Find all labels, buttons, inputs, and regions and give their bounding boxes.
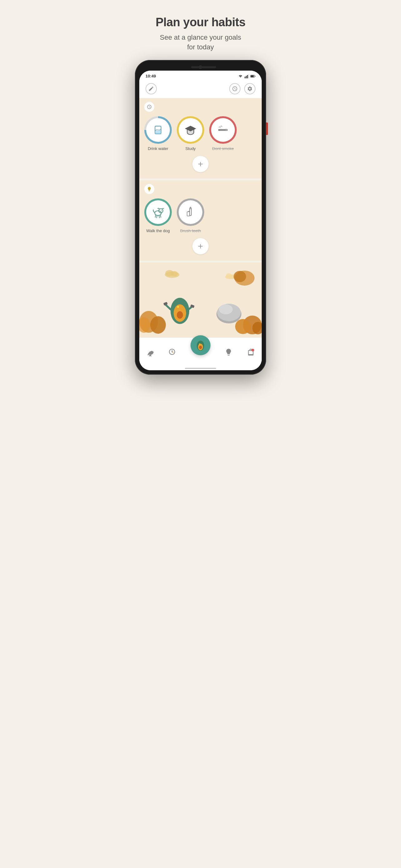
phone-top-bar — [139, 64, 262, 71]
avocado-nav-icon — [194, 339, 207, 351]
svg-point-44 — [219, 304, 233, 314]
graduation-cap-icon — [183, 122, 198, 137]
afternoon-add-button[interactable]: + — [192, 238, 209, 254]
morning-section: Drink water — [139, 98, 262, 178]
settings-icon — [247, 86, 253, 92]
afternoon-habits-grid: Walk the dog — [144, 197, 257, 234]
walk-dog-inner — [146, 200, 170, 224]
wifi-icon — [238, 74, 243, 79]
bulb-section-icon — [147, 187, 152, 191]
svg-point-55 — [171, 351, 172, 352]
svg-rect-5 — [251, 75, 254, 77]
clock-icon — [232, 86, 238, 92]
svg-point-41 — [234, 271, 246, 282]
chart-icon — [168, 348, 176, 356]
habit-study[interactable]: Study — [177, 116, 204, 151]
dont-smoke-label: Dont smoke — [212, 146, 234, 151]
history-button[interactable] — [229, 83, 240, 94]
phone-screen: 10:49 — [139, 71, 262, 370]
dont-smoke-inner — [211, 118, 235, 142]
brush-teeth-circle — [177, 198, 204, 226]
page-wrapper: Plan your habits See at a glance your go… — [129, 6, 272, 375]
study-label: Study — [185, 146, 196, 151]
brush-teeth-label: Brush teeth — [180, 228, 201, 233]
camera-notch — [199, 65, 202, 69]
svg-rect-1 — [246, 75, 247, 78]
svg-point-59 — [199, 343, 200, 344]
svg-rect-26 — [187, 212, 190, 216]
header-text: Plan your habits See at a glance your go… — [149, 6, 252, 60]
plant-icon — [146, 348, 154, 356]
no-smoking-icon — [216, 123, 230, 137]
status-bar: 10:49 — [139, 71, 262, 81]
svg-rect-11 — [218, 129, 226, 131]
nav-ideas[interactable] — [221, 347, 236, 358]
drink-water-circle — [144, 116, 172, 144]
rock-icon — [215, 297, 243, 325]
settings-button[interactable] — [244, 83, 256, 94]
brush-teeth-inner — [179, 200, 202, 224]
morning-section-icon — [144, 102, 154, 112]
svg-point-47 — [177, 311, 183, 319]
app-bar — [139, 81, 262, 98]
svg-rect-3 — [248, 74, 249, 78]
avocado-character-icon — [164, 287, 196, 328]
svg-rect-54 — [149, 355, 152, 356]
svg-line-18 — [159, 215, 160, 218]
home-avocado-button[interactable] — [191, 335, 210, 355]
cloud-left-icon — [164, 269, 180, 278]
svg-point-48 — [177, 306, 179, 308]
habit-drink-water[interactable]: Drink water — [144, 116, 172, 151]
bottom-nav: ! — [139, 337, 262, 365]
afternoon-section: Walk the dog — [139, 180, 262, 260]
svg-rect-0 — [244, 76, 245, 78]
walk-dog-label: Walk the dog — [146, 228, 170, 233]
svg-line-49 — [166, 305, 170, 309]
speaker-notch — [191, 66, 216, 68]
clock-section-icon — [147, 104, 152, 110]
study-inner — [179, 118, 202, 142]
home-indicator-bar — [185, 368, 216, 369]
dont-smoke-circle — [209, 116, 237, 144]
walk-dog-circle — [144, 198, 172, 226]
svg-point-58 — [199, 346, 202, 349]
nav-home[interactable] — [187, 334, 214, 356]
edit-button[interactable] — [145, 83, 157, 94]
dog-icon — [151, 205, 166, 220]
page-title: Plan your habits — [156, 16, 245, 29]
svg-rect-6 — [255, 75, 256, 77]
study-circle — [177, 116, 204, 144]
svg-line-19 — [161, 215, 161, 217]
svg-line-16 — [155, 215, 156, 217]
habit-dont-smoke[interactable]: Dont smoke — [209, 116, 237, 151]
svg-rect-13 — [226, 128, 226, 129]
status-time: 10:49 — [145, 74, 156, 79]
status-icons — [238, 74, 256, 79]
morning-habits-grid: Drink water — [144, 115, 257, 152]
signal-icon — [244, 74, 249, 79]
ideas-bulb-icon — [225, 348, 233, 356]
toothbrush-icon — [183, 205, 197, 219]
page-subtitle: See at a glance your goalsfor today — [156, 33, 245, 52]
illustration-section — [139, 262, 262, 337]
svg-marker-8 — [185, 126, 196, 131]
nav-bag[interactable]: ! — [243, 347, 259, 358]
habit-brush-teeth[interactable]: Brush teeth — [177, 198, 204, 233]
nav-plants[interactable] — [142, 347, 158, 358]
svg-point-35 — [150, 316, 166, 334]
phone-frame: 10:49 — [135, 60, 266, 375]
nav-chart[interactable] — [165, 347, 180, 358]
app-bar-right — [229, 83, 256, 94]
svg-line-17 — [157, 215, 157, 218]
morning-add-button[interactable]: + — [192, 156, 209, 172]
illustration-content — [139, 262, 262, 331]
edit-icon — [148, 86, 154, 92]
home-indicator — [139, 365, 262, 370]
drink-water-inner — [146, 118, 170, 142]
battery-icon — [250, 74, 256, 79]
svg-point-30 — [170, 271, 178, 276]
drink-water-label: Drink water — [148, 146, 168, 151]
habit-walk-dog[interactable]: Walk the dog — [144, 198, 172, 233]
water-glass-icon — [151, 123, 165, 137]
bag-icon: ! — [247, 348, 255, 356]
